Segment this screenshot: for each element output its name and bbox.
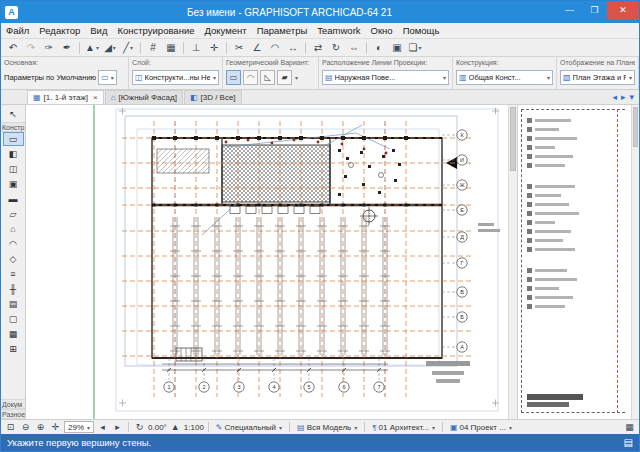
minimize-button[interactable]: — (557, 1, 582, 19)
column-tool[interactable]: ▣ (3, 177, 24, 191)
menu-window[interactable]: Окно (366, 23, 398, 39)
door-tool[interactable]: ◧ (3, 147, 24, 161)
pan-icon[interactable]: ✛ (49, 421, 62, 434)
bottombar-separator (289, 422, 290, 432)
layer-dropdown[interactable]: ◫Конструкти...ны Несущие▾ (132, 70, 219, 85)
arrow-tool[interactable]: ↖ (3, 107, 24, 121)
main-area: ↖Констр▭◧◫▣▬▱⌂◠◇≡╫▤▢▦⊞ДокумРазное КИЖЕДГ… (1, 105, 639, 419)
snap-guides-icon[interactable]: ▦ (163, 40, 179, 55)
layer-combination-option[interactable]: ¶01 Архитект...▾ (369, 421, 438, 434)
mesh-tool[interactable]: ▦ (3, 327, 24, 341)
tab-first-floor[interactable]: ▦[1. 1-й этаж]× (27, 90, 104, 104)
tab-3d-all[interactable]: ◧[3D / Все] (184, 90, 242, 104)
3d-view-icon[interactable]: ◐ (371, 40, 387, 55)
organizer-icon[interactable]: ❏▾ (407, 40, 423, 55)
structure-dropdown[interactable]: ▥Общая Конст...▾ (456, 70, 553, 85)
menu-edit[interactable]: Редактор (34, 23, 85, 39)
menu-help[interactable]: Помощь (398, 23, 445, 39)
zoom-next-icon[interactable]: ▸ (111, 421, 124, 434)
split-icon[interactable]: ∠ (249, 40, 265, 55)
zoom-level-dropdown[interactable]: 29%▾ (64, 421, 94, 433)
mirror-icon[interactable]: ⇔ (346, 40, 362, 55)
arrow-tool-toggle-icon[interactable]: ▲▾ (84, 40, 100, 55)
beam-tool[interactable]: ▬ (3, 192, 24, 206)
guide-lines-icon[interactable]: ╱▾ (120, 40, 136, 55)
maximize-button[interactable]: ❐ (582, 1, 607, 19)
snap-grid-icon[interactable]: # (145, 40, 161, 55)
morph-tool[interactable]: ◇ (3, 252, 24, 266)
railing-tool[interactable]: ╫ (3, 282, 24, 296)
bottombar-separator (208, 422, 209, 432)
layout-book-icon[interactable]: ▦ (623, 421, 636, 434)
geometry-curved-toggle[interactable]: ◠ (243, 70, 258, 85)
gravity-icon[interactable]: ⊥ (188, 40, 204, 55)
geometry-trapezoid-toggle[interactable]: ◺ (260, 70, 275, 85)
titlebar[interactable]: A Без имени - GRAPHISOFT ARCHICAD-64 21 … (1, 1, 639, 23)
orientation-icon[interactable]: ↻ (133, 421, 146, 434)
window-tool[interactable]: ◫ (3, 162, 24, 176)
inject-parameters-icon[interactable]: ✒ (59, 40, 75, 55)
preview-panel[interactable] (517, 105, 631, 419)
tab-south-elevation[interactable]: ⌂[Южный Фасад] (105, 90, 183, 104)
slab-tool[interactable]: ▱ (3, 207, 24, 221)
canvas-vertical-scrollbar[interactable] (508, 105, 517, 419)
dimension-style-option[interactable]: ▣04 Проект ...▾ (447, 421, 515, 434)
wall-tool[interactable]: ▭ (3, 132, 24, 146)
reference-line-dropdown[interactable]: ▤Наружная Пове...▾ (322, 70, 449, 85)
drawing-canvas[interactable]: КИЖЕДГВБА1234567 (26, 105, 508, 419)
move-icon[interactable]: ⇄ (310, 40, 326, 55)
menu-teamwork[interactable]: Teamwork (312, 23, 365, 39)
curtain-wall-tool[interactable]: ▤ (3, 297, 24, 311)
zoom-out-icon[interactable]: ⊖ (19, 421, 32, 434)
scrollbar-thumb[interactable] (510, 107, 516, 171)
marquee-toggle-icon[interactable]: ◢▾ (102, 40, 118, 55)
pick-up-parameters-icon[interactable]: ✑ (41, 40, 57, 55)
redo-icon[interactable]: ↷ (23, 40, 39, 55)
resize-icon[interactable]: ↔ (285, 40, 301, 55)
bottombar-separator (364, 422, 365, 432)
shell-tool[interactable]: ◠ (3, 237, 24, 251)
panel-item-icon (527, 277, 532, 282)
panel-item-text-bar (535, 146, 555, 149)
panel-scrollbar[interactable] (631, 105, 639, 419)
menu-file[interactable]: Файл (1, 23, 34, 39)
toolbar-separator (366, 42, 367, 54)
bottombar-separator (128, 422, 129, 432)
zoom-in-icon[interactable]: ⊕ (34, 421, 47, 434)
stair-tool[interactable]: ≡ (3, 267, 24, 281)
menu-document[interactable]: Документ (199, 23, 251, 39)
floor-plan-display-dropdown[interactable]: ▧План Этажа и Разрез▾ (560, 70, 635, 85)
zoom-previous-icon[interactable]: ◂ (96, 421, 109, 434)
geometry-polygon-toggle[interactable]: ▰ (277, 70, 292, 85)
panel-item-icon (527, 193, 532, 198)
menu-design[interactable]: Конструирование (112, 23, 199, 39)
panel-scrollbar-thumb[interactable] (633, 107, 638, 147)
fillet-icon[interactable]: ◠ (267, 40, 283, 55)
dropdown-arrow-icon: ▾ (443, 74, 446, 81)
tab-close-icon[interactable]: × (93, 93, 98, 102)
zone-tool[interactable]: ▢ (3, 312, 24, 326)
menu-view[interactable]: Вид (85, 23, 112, 39)
geometry-straight-toggle[interactable]: ▭ (226, 70, 241, 85)
status-page-icon[interactable]: ▤ (624, 437, 633, 448)
pen-set-option[interactable]: ✎Специальный▾ (213, 421, 285, 434)
publisher-icon[interactable]: ▣ (389, 40, 405, 55)
trim-icon[interactable]: ✂ (231, 40, 247, 55)
tab-scroll-right-icon[interactable]: ▸ (621, 92, 626, 102)
cursor-snap-icon[interactable]: ✛ (206, 40, 222, 55)
rotate-icon[interactable]: ↻ (328, 40, 344, 55)
object-tool[interactable]: ⊞ (3, 342, 24, 356)
tab-scroll-left-icon[interactable]: ◂ (612, 92, 617, 102)
tab-menu-icon[interactable]: ▾ (629, 92, 634, 102)
panel-row (527, 209, 614, 218)
structure-filter-option[interactable]: ▤Вся Модель▾ (294, 421, 360, 434)
menu-options[interactable]: Параметры (252, 23, 313, 39)
close-button[interactable]: ✕ (607, 1, 639, 19)
roof-tool[interactable]: ⌂ (3, 222, 24, 236)
zoom-fit-icon[interactable]: ⊡ (4, 421, 17, 434)
panel-row (527, 143, 614, 152)
story-up-icon[interactable]: ▲ (169, 421, 182, 434)
wall-preview-icon: ▭ (101, 73, 109, 82)
wall-settings-dropdown[interactable]: ▭▾ (98, 70, 117, 85)
undo-icon[interactable]: ↶ (5, 40, 21, 55)
